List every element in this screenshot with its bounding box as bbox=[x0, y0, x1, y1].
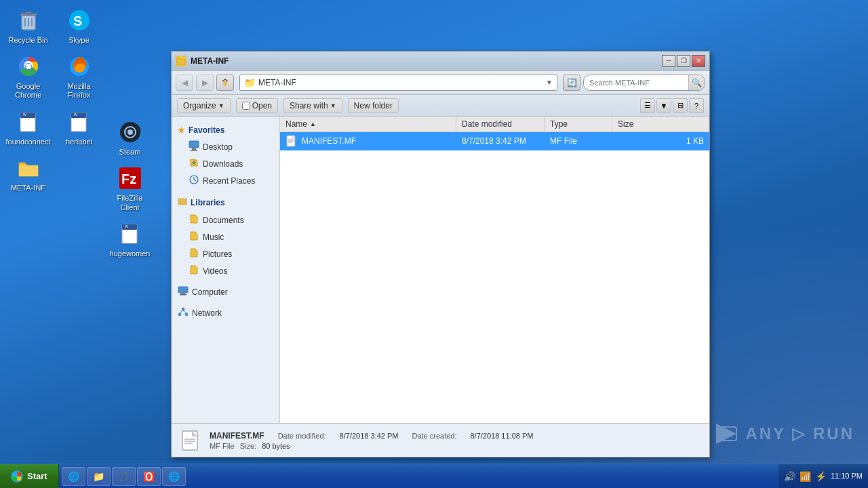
svg-rect-36 bbox=[178, 287, 188, 293]
desktop-icon-foundconnect[interactable]: W foundconnect bbox=[3, 104, 54, 150]
meta-inf-label: META-INF bbox=[11, 184, 45, 192]
sidebar-item-desktop[interactable]: Desktop bbox=[172, 138, 279, 155]
organize-button[interactable]: Organize ▼ bbox=[177, 98, 231, 113]
desktop-icon-recycle-bin[interactable]: Recycle Bin bbox=[3, 3, 54, 49]
organize-label: Organize bbox=[183, 101, 216, 110]
navigation-panel: ★ Favorites Desktop bbox=[172, 117, 280, 423]
sidebar-item-videos[interactable]: Videos bbox=[172, 262, 279, 279]
taskbar-media[interactable]: 🎵 bbox=[112, 467, 136, 486]
svg-line-42 bbox=[180, 310, 183, 313]
desktop-icon-firefox[interactable]: Mozilla Firefox bbox=[54, 49, 104, 104]
sidebar-item-pictures[interactable]: Pictures bbox=[172, 245, 279, 262]
close-button[interactable]: ✕ bbox=[692, 55, 705, 67]
view-dropdown-button[interactable]: ▼ bbox=[656, 98, 671, 113]
favorites-section[interactable]: ★ Favorites bbox=[172, 122, 279, 138]
forward-button[interactable]: ▶ bbox=[196, 75, 214, 91]
taskbar-opera[interactable]: 🅾️ bbox=[137, 467, 161, 486]
taskbar-items: 🌐 📁 🎵 🅾️ 🌐 bbox=[59, 467, 778, 486]
windows-icon bbox=[11, 470, 23, 483]
desktop-icon-meta-inf[interactable]: META-INF bbox=[3, 150, 54, 197]
svg-rect-38 bbox=[180, 294, 186, 296]
desktop-icon-hugewomen[interactable]: W hugewomen bbox=[104, 216, 155, 262]
sidebar-item-music[interactable]: Music bbox=[172, 228, 279, 245]
desktop-nav-icon bbox=[188, 140, 200, 153]
svg-text:Fz: Fz bbox=[121, 171, 136, 186]
restore-button[interactable]: ❐ bbox=[677, 55, 690, 67]
start-button[interactable]: Start bbox=[0, 464, 59, 488]
svg-point-22 bbox=[127, 129, 133, 135]
explorer-window: META-INF ─ ❐ ✕ ◀ ▶ 📁 META-INF ▼ 🔄 bbox=[171, 51, 710, 458]
svg-rect-55 bbox=[18, 472, 22, 476]
title-bar-folder-icon bbox=[176, 56, 186, 66]
tray-icon-1[interactable]: 🔊 bbox=[784, 471, 795, 482]
back-button[interactable]: ◀ bbox=[176, 75, 193, 91]
status-info: MANIFEST.MF Date modified: 8/7/2018 3:42… bbox=[210, 431, 533, 450]
view-preview-button[interactable]: ⊟ bbox=[673, 98, 688, 113]
status-size-value: 80 bytes bbox=[262, 442, 290, 450]
column-header-name[interactable]: Name ▲ bbox=[280, 117, 456, 131]
desktop-icon-filezilla[interactable]: Fz FileZilla Client bbox=[104, 161, 155, 216]
desktop-icon-skype[interactable]: S Skype bbox=[54, 3, 104, 49]
favorites-label: Favorites bbox=[189, 125, 224, 135]
open-checkbox[interactable] bbox=[242, 102, 250, 110]
address-dropdown-arrow[interactable]: ▼ bbox=[546, 79, 553, 86]
taskbar-explorer[interactable]: 📁 bbox=[87, 467, 111, 486]
svg-rect-48 bbox=[182, 431, 197, 450]
desktop-icon-herlabel[interactable]: W herlabel bbox=[54, 104, 104, 150]
address-text: META-INF bbox=[258, 78, 543, 87]
open-button[interactable]: Open bbox=[236, 98, 278, 113]
foundconnect-icon: W bbox=[15, 108, 42, 136]
window-title: META-INF bbox=[191, 56, 662, 66]
desktop-icon-steam-visible[interactable]: Steam bbox=[104, 115, 155, 161]
pictures-nav-icon bbox=[188, 247, 200, 260]
svg-text:S: S bbox=[73, 14, 82, 28]
status-date-modified-label: Date modified: bbox=[278, 432, 326, 440]
new-folder-button[interactable]: New folder bbox=[348, 98, 399, 113]
desktop-icon-chrome[interactable]: Google Chrome bbox=[3, 49, 54, 104]
help-button[interactable]: ? bbox=[689, 98, 704, 113]
view-list-button[interactable]: ☰ bbox=[640, 98, 655, 113]
status-size-label: Size: bbox=[240, 442, 256, 450]
videos-nav-icon bbox=[188, 264, 200, 277]
address-bar[interactable]: 📁 META-INF ▼ bbox=[239, 75, 557, 91]
tray-icon-3[interactable]: ⚡ bbox=[815, 471, 827, 482]
taskbar-chrome[interactable]: 🌐 bbox=[162, 467, 186, 486]
svg-point-41 bbox=[185, 313, 188, 316]
search-button[interactable]: 🔍 bbox=[688, 75, 705, 90]
system-clock: 11:10 PM bbox=[831, 471, 863, 481]
sidebar-item-downloads[interactable]: Downloads bbox=[172, 155, 279, 172]
search-input[interactable] bbox=[584, 75, 688, 90]
title-bar-buttons: ─ ❐ ✕ bbox=[662, 55, 705, 67]
up-button[interactable] bbox=[216, 75, 234, 91]
status-type: MF File bbox=[210, 442, 235, 450]
sidebar-item-documents[interactable]: Documents bbox=[172, 211, 279, 228]
desktop-nav-label: Desktop bbox=[203, 142, 233, 152]
skype-icon: S bbox=[66, 7, 93, 34]
minimize-button[interactable]: ─ bbox=[662, 55, 675, 67]
taskbar-ie[interactable]: 🌐 bbox=[62, 467, 85, 486]
column-header-size[interactable]: Size bbox=[612, 117, 709, 131]
filezilla-icon: Fz bbox=[117, 165, 144, 192]
column-header-type[interactable]: Type bbox=[545, 117, 612, 131]
network-nav-icon bbox=[177, 306, 189, 319]
sidebar-item-network[interactable]: Network bbox=[172, 304, 279, 321]
title-bar: META-INF ─ ❐ ✕ bbox=[172, 52, 709, 70]
manifest-file-icon bbox=[285, 135, 298, 147]
sidebar-item-recent-places[interactable]: Recent Places bbox=[172, 172, 279, 189]
libraries-section[interactable]: Libraries bbox=[172, 193, 279, 211]
navigation-toolbar: ◀ ▶ 📁 META-INF ▼ 🔄 🔍 bbox=[172, 70, 709, 95]
svg-rect-37 bbox=[181, 293, 185, 294]
tray-icon-2[interactable]: 📶 bbox=[800, 471, 811, 482]
hugewomen-label: hugewomen bbox=[110, 249, 151, 258]
downloads-nav-label: Downloads bbox=[203, 159, 243, 169]
recent-places-nav-icon bbox=[188, 174, 200, 187]
open-label: Open bbox=[252, 101, 272, 110]
file-list-header: Name ▲ Date modified Type Size bbox=[280, 117, 709, 132]
file-row-manifest[interactable]: MANIFEST.MF 8/7/2018 3:42 PM MF File 1 K… bbox=[280, 132, 709, 150]
share-with-button[interactable]: Share with ▼ bbox=[283, 98, 342, 113]
status-date-created-label: Date created: bbox=[412, 432, 456, 440]
column-header-date[interactable]: Date modified bbox=[456, 117, 545, 131]
refresh-button[interactable]: 🔄 bbox=[563, 75, 580, 91]
chrome-tb-icon: 🌐 bbox=[168, 471, 180, 482]
sidebar-item-computer[interactable]: Computer bbox=[172, 283, 279, 300]
